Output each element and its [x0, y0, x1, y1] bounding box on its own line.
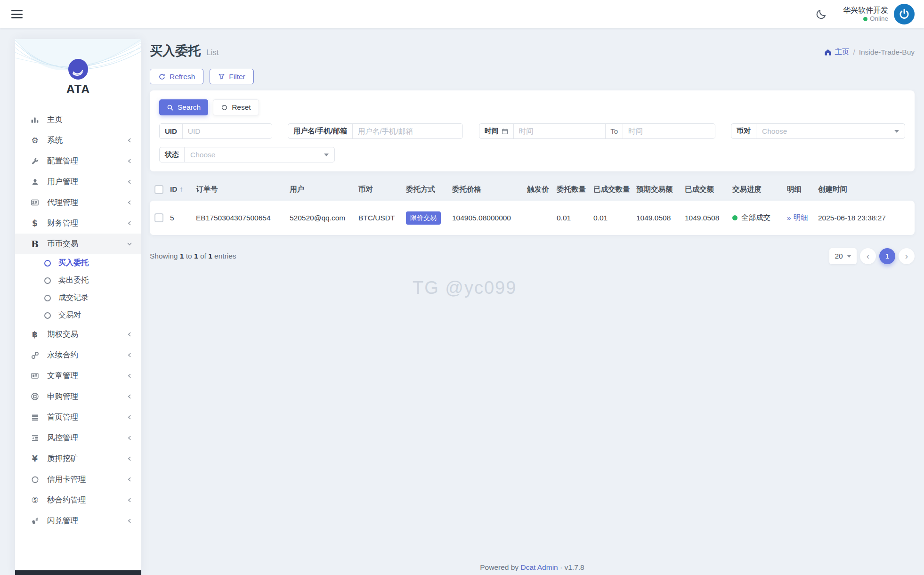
bitcoin-icon: ฿	[29, 330, 41, 339]
sidebar-subitem-trading-pairs[interactable]: 交易对	[15, 307, 141, 324]
sidebar-item-label: 信用卡管理	[47, 474, 86, 485]
chevron-left-icon	[126, 352, 133, 358]
spray-icon	[29, 517, 41, 525]
sidebar-item-label: 代理管理	[47, 197, 78, 208]
online-dot-icon	[863, 17, 867, 21]
chevron-left-icon	[126, 220, 133, 227]
sidebar-item-label: 永续合约	[47, 350, 78, 360]
chevron-left-icon	[126, 137, 133, 144]
sidebar-item-finance[interactable]: $ 财务管理	[15, 213, 141, 234]
time-to-input[interactable]	[623, 124, 715, 138]
status-select[interactable]: Choose	[185, 147, 334, 162]
chevron-left-icon	[126, 476, 133, 483]
reset-icon	[221, 104, 228, 111]
sidebar: ATA 主页 ⚙ 系统 配置管理	[15, 39, 141, 575]
newspaper-icon	[29, 372, 41, 380]
brand-area: ATA	[15, 39, 141, 108]
sidebar-subitem-buy-orders[interactable]: 买入委托	[15, 254, 141, 272]
column-header-id: ID↑	[170, 185, 196, 194]
sidebar-subitem-sell-orders[interactable]: 卖出委托	[15, 272, 141, 289]
user-name: 华兴软件开发	[843, 6, 888, 15]
sidebar-item-label: 质押挖矿	[47, 454, 78, 464]
topbar: 华兴软件开发 Online	[0, 0, 924, 28]
page-footer: Powered by Dcat Admin · v1.7.8	[150, 563, 915, 572]
pagination-prev-button[interactable]: ‹	[860, 248, 876, 264]
sidebar-item-label: 首页管理	[47, 412, 78, 422]
sidebar-toggle-button[interactable]	[11, 10, 23, 18]
detail-link[interactable]: » 明细	[787, 213, 815, 223]
sidebar-item-options[interactable]: ฿ 期权交易	[15, 324, 141, 345]
sidebar-item-subscription[interactable]: 申购管理	[15, 386, 141, 407]
chevron-left-icon	[126, 393, 133, 400]
chevron-down-icon	[126, 241, 133, 247]
circle-icon	[44, 295, 51, 301]
chevron-left-icon	[126, 199, 133, 206]
sidebar-item-config[interactable]: 配置管理	[15, 151, 141, 171]
sidebar-item-system[interactable]: ⚙ 系统	[15, 130, 141, 151]
sidebar-item-homepage[interactable]: 首页管理	[15, 407, 141, 428]
cell-detail: » 明细	[787, 213, 818, 223]
column-header-detail: 明细	[787, 185, 818, 194]
sidebar-item-risk[interactable]: 风控管理	[15, 428, 141, 448]
sidebar-item-agents[interactable]: 代理管理	[15, 192, 141, 213]
sidebar-item-spot-trading[interactable]: B 币币交易	[15, 234, 141, 254]
cell-filled-quantity: 0.01	[593, 214, 636, 222]
sidebar-item-credit-card[interactable]: 信用卡管理	[15, 469, 141, 490]
select-all-checkbox[interactable]	[154, 185, 163, 194]
reset-button[interactable]: Reset	[213, 99, 259, 115]
wrench-icon	[29, 157, 41, 165]
sidebar-item-second-contract[interactable]: ⑤ 秒合约管理	[15, 490, 141, 510]
moon-icon	[816, 8, 827, 20]
cell-pair: BTC/USDT	[358, 214, 406, 222]
caret-down-icon	[894, 130, 899, 133]
sidebar-item-home[interactable]: 主页	[15, 109, 141, 130]
row-checkbox[interactable]	[154, 213, 163, 222]
user-menu[interactable]: 华兴软件开发 Online	[843, 6, 888, 23]
pagination-page-1[interactable]: 1	[879, 248, 895, 264]
breadcrumb-home-link[interactable]: 主页	[824, 47, 849, 57]
filter-button[interactable]: Filter	[210, 69, 253, 84]
user-input[interactable]	[353, 124, 463, 138]
sidebar-item-label: 主页	[47, 114, 63, 125]
per-page-select[interactable]: 20	[829, 248, 857, 264]
column-header-user: 用户	[290, 185, 358, 194]
align-justify-icon	[29, 413, 41, 421]
sidebar-item-flash-exchange[interactable]: 闪兑管理	[15, 510, 141, 531]
column-header-pair: 币对	[358, 185, 406, 194]
page-title: 买入委托	[150, 42, 201, 59]
time-from-input[interactable]	[514, 124, 606, 138]
orders-table: ID↑ 订单号 用户 币对 委托方式 委托价格 触发价 委托数量 已成交数量 预…	[150, 181, 915, 235]
gear-icon: ⚙	[29, 136, 41, 145]
sidebar-subitem-trade-records[interactable]: 成交记录	[15, 289, 141, 307]
dcat-admin-link[interactable]: Dcat Admin	[520, 563, 558, 571]
calendar-icon	[502, 128, 508, 135]
sidebar-item-label: 用户管理	[47, 177, 78, 187]
sidebar-item-staking[interactable]: ¥ 质押挖矿	[15, 448, 141, 469]
chevron-left-icon	[126, 414, 133, 421]
cell-order-type: 限价交易	[406, 211, 452, 225]
power-icon	[898, 8, 910, 20]
search-icon	[167, 104, 174, 111]
search-button[interactable]: Search	[159, 99, 208, 115]
sidebar-item-articles[interactable]: 文章管理	[15, 365, 141, 386]
sort-asc-icon[interactable]: ↑	[180, 185, 184, 193]
pair-select[interactable]: Choose	[756, 124, 905, 138]
sidebar-item-perpetual[interactable]: 永续合约	[15, 345, 141, 365]
sidebar-item-label: 币币交易	[47, 239, 78, 249]
avatar[interactable]	[894, 4, 915, 24]
pagination-next-button[interactable]: ›	[899, 248, 915, 264]
uid-filter-group: UID	[159, 123, 272, 139]
pair-filter-group: 币对 Choose	[731, 123, 905, 139]
refresh-button[interactable]: Refresh	[150, 69, 203, 84]
outdent-icon	[29, 434, 41, 442]
sidebar-item-users[interactable]: 用户管理	[15, 171, 141, 192]
breadcrumb: 主页 / Inside-Trade-Buy	[824, 47, 915, 57]
dark-mode-toggle[interactable]	[816, 8, 827, 20]
cell-price: 104905.08000000	[452, 214, 527, 222]
chevron-left-icon	[126, 158, 133, 164]
uid-input[interactable]	[183, 124, 272, 138]
column-header-created-at: 创建时间	[818, 185, 915, 194]
breadcrumb-separator: /	[853, 48, 855, 57]
cell-created-at: 2025-06-18 23:38:27	[818, 214, 915, 222]
dollar-icon: $	[29, 219, 41, 228]
